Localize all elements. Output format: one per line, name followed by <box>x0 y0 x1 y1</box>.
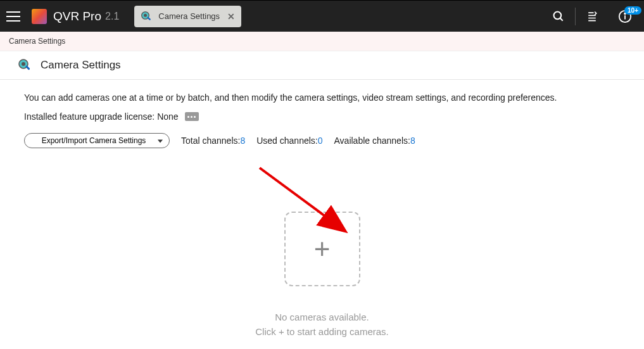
divider <box>575 8 576 25</box>
license-row: Installed feature upgrade license: None <box>24 111 620 122</box>
log-icon[interactable] <box>579 4 605 29</box>
camera-settings-icon <box>18 58 33 73</box>
stats-row: Export/Import Camera Settings Total chan… <box>24 133 620 148</box>
license-label: Installed feature upgrade license: None <box>24 111 179 122</box>
svg-point-3 <box>554 11 562 19</box>
stat-used: Used channels:0 <box>256 136 322 146</box>
license-chip-icon[interactable] <box>185 112 199 121</box>
tab-camera-settings[interactable]: Camera Settings ✕ <box>134 6 241 27</box>
svg-line-4 <box>560 18 563 20</box>
app-logo <box>32 9 47 24</box>
export-import-dropdown[interactable]: Export/Import Camera Settings <box>24 133 170 148</box>
svg-point-9 <box>22 62 25 66</box>
content-area: You can add cameras one at a time or by … <box>0 80 644 349</box>
stat-total: Total channels:8 <box>181 136 245 146</box>
page-title: Camera Settings <box>41 59 121 72</box>
page-header: Camera Settings <box>0 51 644 80</box>
search-icon[interactable] <box>546 4 571 29</box>
stat-available: Available channels:8 <box>334 136 415 146</box>
menu-icon[interactable] <box>6 8 24 25</box>
camera-settings-icon <box>141 10 153 23</box>
plus-icon: + <box>314 235 331 263</box>
add-camera-button[interactable]: + <box>284 212 360 286</box>
top-bar: QVR Pro 2.1 Camera Settings ✕ <box>0 0 644 32</box>
empty-state: + No cameras available. Click + to start… <box>24 212 620 339</box>
tab-label: Camera Settings <box>158 11 220 21</box>
app-title: QVR Pro <box>53 10 101 23</box>
page-description: You can add cameras one at a time or by … <box>24 92 620 103</box>
close-icon[interactable]: ✕ <box>227 11 235 22</box>
breadcrumb: Camera Settings <box>0 32 644 51</box>
notification-badge: 10+ <box>624 6 641 15</box>
info-icon[interactable]: 10+ <box>612 4 638 29</box>
app-version: 2.1 <box>105 11 119 22</box>
svg-point-1 <box>144 13 147 16</box>
empty-text: No cameras available. Click + to start a… <box>255 310 389 339</box>
